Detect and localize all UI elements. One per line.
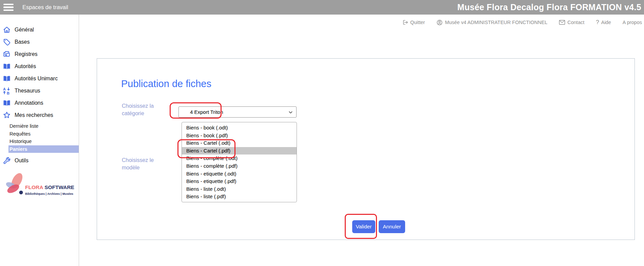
sidebar-item-outils[interactable]: Outils	[0, 155, 79, 167]
cancel-button[interactable]: Annuler	[379, 220, 405, 233]
svg-text:B: B	[7, 91, 10, 95]
about-link[interactable]: A propos	[623, 20, 642, 25]
sidebar-subitem-historique[interactable]: Historique	[8, 138, 79, 145]
user-menu[interactable]: Musée v4 ADMINISTRATEUR FONCTIONNEL	[436, 19, 547, 26]
page-title: Publication de fiches	[121, 78, 211, 89]
sidebar-item-mes-recherches[interactable]: Mes recherches	[0, 109, 79, 121]
sidebar-subitem-derniere-liste[interactable]: Dernière liste	[8, 122, 79, 130]
sidebar-item-general[interactable]: Général	[0, 24, 79, 36]
sidebar-item-autorites-unimarc[interactable]: Autorités Unimarc	[0, 73, 79, 85]
validate-button[interactable]: Valider	[352, 220, 375, 233]
wrench-icon	[3, 157, 11, 165]
sidebar: Général Bases Registres Autorités Autori…	[0, 15, 79, 266]
book-icon	[3, 99, 11, 107]
book-icon	[3, 75, 11, 83]
svg-text:FLORA SOFTWARE: FLORA SOFTWARE	[25, 184, 74, 190]
listbox-option[interactable]: Biens - etiquette (.pdf)	[182, 178, 297, 185]
logo-tagline: Bibliothèques | Archives | Musées	[25, 192, 73, 196]
sidebar-item-bases[interactable]: Bases	[0, 36, 79, 48]
category-select[interactable]: 4 Export Triton	[178, 106, 297, 118]
listbox-option[interactable]: Biens - etiquette (.odt)	[182, 170, 297, 178]
listbox-option[interactable]: Biens - liste (.pdf)	[182, 193, 297, 201]
listbox-option[interactable]: Biens - complète (.odt)	[182, 155, 297, 162]
workspace-label: Espaces de travail	[22, 4, 68, 11]
utility-bar: Quitter Musée v4 ADMINISTRATEUR FONCTION…	[79, 15, 644, 30]
model-listbox[interactable]: Biens - book (.odt) Biens - book (.pdf) …	[182, 122, 297, 202]
listbox-option[interactable]: Biens - complète (.pdf)	[182, 162, 297, 170]
listbox-option[interactable]: Biens - Cartel (.odt)	[182, 139, 297, 147]
sidebar-subitem-paniers[interactable]: Paniers	[8, 145, 79, 153]
question-icon: ?	[596, 19, 599, 26]
quit-link[interactable]: Quitter	[402, 19, 425, 25]
help-link[interactable]: ? Aide	[596, 19, 611, 26]
category-select-value: 4 Export Triton	[190, 109, 223, 115]
listbox-option[interactable]: Biens - liste (.odt)	[182, 185, 297, 193]
listbox-option[interactable]: Biens - book (.pdf)	[182, 132, 297, 140]
sidebar-item-autorites[interactable]: Autorités	[0, 60, 79, 73]
home-icon	[3, 26, 11, 34]
sidebar-item-registres[interactable]: Registres	[0, 48, 79, 60]
topbar: Espaces de travail Musée Flora Decalog F…	[0, 0, 644, 15]
app-title: Musée Flora Decalog Flora FORMATION v4.5	[457, 2, 641, 12]
sidebar-subitem-requetes[interactable]: Requêtes	[8, 130, 79, 138]
user-icon	[436, 19, 443, 26]
star-icon	[3, 111, 11, 119]
mes-recherches-sublist: Dernière liste Requêtes Historique Panie…	[0, 122, 79, 153]
svg-text:A: A	[3, 87, 6, 91]
flora-flower-icon	[5, 171, 25, 195]
contact-link[interactable]: Contact	[559, 20, 584, 25]
flora-software-logo: FLORA SOFTWARE Bibliothèques | Archives …	[4, 170, 77, 201]
tag-icon	[3, 38, 11, 46]
registers-icon	[3, 50, 11, 58]
menu-icon[interactable]	[3, 4, 14, 11]
category-label: Choisissez la catégorie	[122, 102, 162, 117]
sidebar-item-thesaurus[interactable]: AB Thesaurus	[0, 85, 79, 97]
book-icon	[3, 62, 11, 70]
sidebar-item-annotations[interactable]: Annotations	[0, 97, 79, 109]
mail-icon	[559, 20, 565, 25]
listbox-option-selected[interactable]: Biens - Cartel (.pdf)	[182, 147, 297, 155]
model-label: Choisissez le modèle	[122, 157, 162, 171]
chevron-down-icon	[288, 110, 293, 115]
thesaurus-sort-icon: AB	[3, 87, 11, 95]
logout-icon	[402, 19, 408, 25]
content-panel: Publication de fiches Choisissez la caté…	[97, 58, 635, 240]
listbox-option[interactable]: Biens - book (.odt)	[182, 124, 297, 132]
